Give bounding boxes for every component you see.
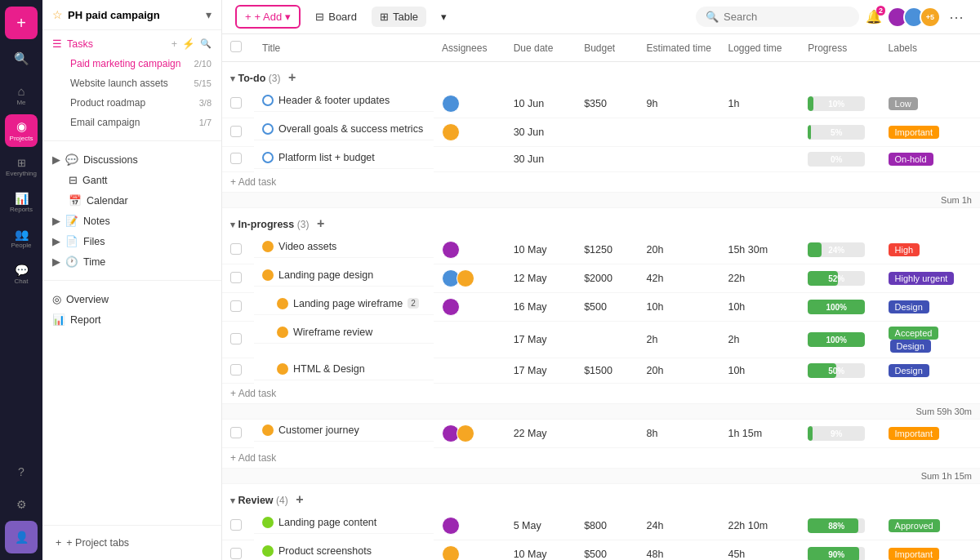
task-title-text[interactable]: Landing page design [278, 269, 373, 281]
status-dot [262, 517, 274, 528]
task-checkbox[interactable] [230, 364, 242, 376]
task-checkbox[interactable] [230, 333, 242, 344]
add-task-cell[interactable]: + Add task [222, 384, 980, 404]
chevron-inprog-icon[interactable]: ▾ [230, 220, 235, 229]
add-task-inprog[interactable]: + Add task [222, 384, 980, 404]
report-nav-item[interactable]: 📊 Report [42, 309, 221, 330]
task-checkbox[interactable] [230, 548, 242, 559]
task-title-text[interactable]: Platform list + budget [278, 152, 375, 163]
task-progress: 88% [800, 512, 880, 540]
sidebar-project-3[interactable]: Email campaign 1/7 [59, 113, 221, 132]
task-checkbox[interactable] [230, 519, 242, 531]
task-title-cell: Header & footer updates [254, 90, 434, 112]
projects-nav-item[interactable]: ◉ Projects [5, 114, 38, 147]
task-title-cell: Landing page content [254, 512, 434, 534]
filter-icon[interactable]: ⚡ [182, 38, 195, 50]
add-button-toolbar[interactable]: + + Add ▾ [235, 5, 301, 29]
sidebar-project-2[interactable]: Product roadmap 3/8 [59, 93, 221, 113]
task-title-text[interactable]: Wireframe review [293, 327, 372, 338]
task-est: 42h [639, 264, 720, 293]
help-nav-item[interactable]: ? [5, 456, 38, 488]
task-due: 10 May [506, 236, 577, 264]
task-title-text[interactable]: Overall goals & success metrics [278, 123, 423, 135]
user-avatar[interactable]: 👤 [5, 521, 38, 553]
task-labels: Important [880, 420, 980, 448]
time-nav-item[interactable]: ▶ 🕐 Time [42, 251, 221, 272]
tasks-nav-item[interactable]: ☰ Tasks + ⚡ 🔍 [42, 33, 221, 54]
task-progress: 90% [800, 540, 880, 561]
home-nav-item[interactable]: ⌂ Me [5, 78, 38, 111]
gantt-nav-item[interactable]: ⊟ Gantt [42, 170, 221, 190]
add-task-cell[interactable]: + Add task [222, 172, 980, 193]
task-checkbox[interactable] [230, 427, 242, 438]
task-checkbox[interactable] [230, 97, 242, 109]
task-title-text[interactable]: Video assets [278, 241, 336, 252]
task-checkbox-cell [222, 540, 254, 561]
settings-nav-item[interactable]: ⚙ [5, 488, 38, 521]
everything-nav-item[interactable]: ⊞ Everything [5, 150, 38, 183]
add-task-cj[interactable]: + Add task [222, 448, 980, 469]
projects-list: Paid marketing campaign 2/10 Website lau… [42, 54, 221, 132]
board-view-button[interactable]: ⊟ Board [307, 7, 365, 27]
task-checkbox[interactable] [230, 153, 242, 164]
chevron-down-icon[interactable]: ▾ [206, 8, 212, 21]
task-checkbox[interactable] [230, 300, 242, 312]
task-title-text[interactable]: Landing page content [278, 517, 376, 528]
search-task-icon[interactable]: 🔍 [200, 38, 212, 49]
th-est: Estimated time [639, 34, 720, 62]
table-view-button[interactable]: ⊞ Table [372, 7, 426, 27]
task-checkbox[interactable] [230, 126, 242, 137]
discussions-icon: ▶ [52, 153, 60, 166]
search-nav-item[interactable]: 🔍 [5, 42, 38, 75]
sidebar-project-1[interactable]: Website launch assets 5/15 [59, 73, 221, 93]
task-title-text[interactable]: Customer journey [278, 424, 359, 436]
header-checkbox[interactable] [230, 41, 242, 52]
task-title-text[interactable]: Product screenshots [278, 545, 372, 557]
sum-value: Sum 1h [719, 193, 980, 208]
task-logged: 22h 10m [719, 512, 800, 540]
task-title-text[interactable]: HTML & Design [293, 363, 365, 375]
chat-label: Chat [15, 278, 29, 285]
add-todo-icon[interactable]: + [288, 70, 296, 84]
avatar-3[interactable]: +5 [920, 7, 941, 28]
sum-cj: Sum 1h 15m [222, 469, 980, 484]
chevron-review-icon[interactable]: ▾ [230, 496, 235, 505]
task-title-text[interactable]: Landing page wireframe [293, 298, 403, 309]
task-title-cell: Video assets [254, 236, 434, 258]
task-title-cell: HTML & Design [254, 358, 434, 380]
add-inprog-icon[interactable]: + [317, 216, 324, 230]
task-row: Overall goals & success metrics 30 Jun 5… [222, 118, 980, 147]
files-nav-item[interactable]: ▶ 📄 Files [42, 231, 221, 251]
sidebar-project-0[interactable]: Paid marketing campaign 2/10 [59, 54, 221, 73]
more-options-button[interactable]: ⋯ [946, 8, 967, 26]
search-input[interactable] [724, 11, 849, 23]
overview-nav-item[interactable]: ◎ Overview [42, 289, 221, 309]
task-checkbox-cell [222, 322, 254, 358]
icon-bar: + 🔍 ⌂ Me ◉ Projects ⊞ Everything 📊 Repor… [0, 0, 42, 560]
bottom-nav-section: ◎ Overview 📊 Report [42, 286, 221, 333]
add-button[interactable]: + [5, 7, 38, 39]
project-badge-3: 1/7 [199, 118, 212, 127]
projects-label: Projects [10, 135, 33, 142]
chevron-todo-icon[interactable]: ▾ [230, 73, 235, 83]
reports-nav-item[interactable]: 📊 Reports [5, 186, 38, 219]
notifications[interactable]: 🔔 2 [866, 9, 882, 24]
add-task-icon[interactable]: + [172, 38, 177, 50]
more-views-button[interactable]: ▾ [433, 7, 455, 27]
calendar-nav-item[interactable]: 📅 Calendar [42, 190, 221, 211]
add-project-tabs-button[interactable]: + + Project tabs [52, 532, 212, 553]
discussions-nav-item[interactable]: ▶ 💬 Discussions [42, 149, 221, 170]
add-task-todo[interactable]: + Add task [222, 172, 980, 193]
task-checkbox[interactable] [230, 272, 242, 283]
table-container: Title Assignees Due date Budget Estimate… [222, 34, 980, 560]
notes-nav-item[interactable]: ▶ 📝 Notes [42, 211, 221, 231]
chat-nav-item[interactable]: 💬 Chat [5, 258, 38, 291]
status-dot [262, 123, 274, 135]
add-task-cell[interactable]: + Add task [222, 448, 980, 469]
people-nav-item[interactable]: 👥 People [5, 222, 38, 255]
task-checkbox[interactable] [230, 243, 242, 255]
chevron-views-icon: ▾ [441, 11, 447, 23]
add-review-icon[interactable]: + [296, 492, 303, 506]
task-title-text[interactable]: Header & footer updates [278, 95, 390, 106]
toolbar: + + Add ▾ ⊟ Board ⊞ Table ▾ 🔍 🔔 2 [222, 0, 980, 34]
